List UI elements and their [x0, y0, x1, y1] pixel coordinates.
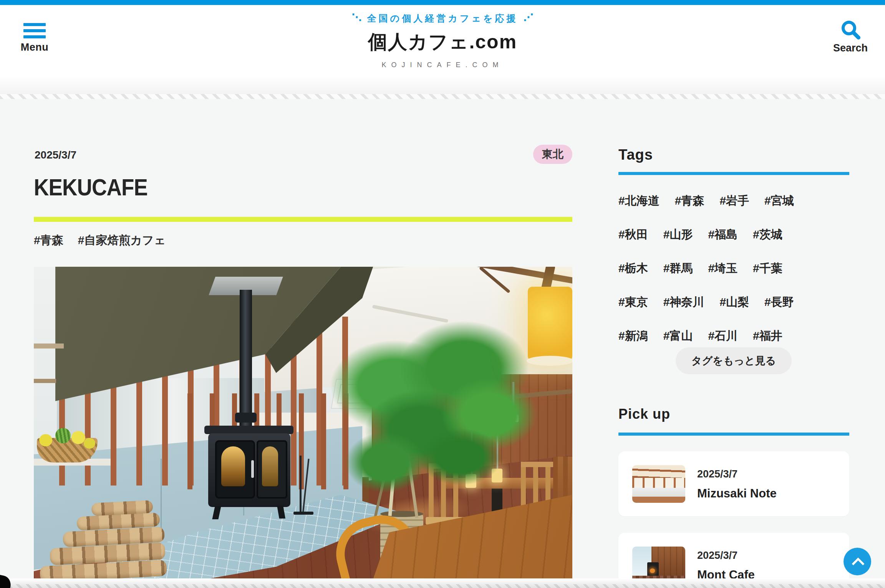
photo-pendant-lamp — [528, 287, 572, 362]
photo-wall-shelf — [34, 344, 64, 349]
site-logo[interactable]: ⋱全国の個人経営カフェを応援⋰ 個人カフェ.com KOJINCAFE.COM — [270, 12, 615, 69]
site-tagline: ⋱全国の個人経営カフェを応援⋰ — [270, 12, 615, 25]
sidebar-tag[interactable]: #富山 — [663, 328, 693, 344]
hamburger-bar — [23, 23, 46, 26]
photo-stove-top — [204, 426, 293, 434]
tag-row: #秋田 #山形 #福島 #茨城 — [618, 227, 849, 243]
photo-lemon — [84, 438, 95, 449]
photo-wall-shelf — [34, 379, 56, 383]
article-photo — [34, 267, 572, 579]
sidebar-tag[interactable]: #栃木 — [618, 261, 648, 276]
photo-lemon — [71, 431, 85, 444]
tag-row: #北海道 #青森 #岩手 #宮城 — [618, 193, 849, 209]
site-subtitle: KOJINCAFE.COM — [270, 61, 615, 69]
stripe-divider — [0, 94, 885, 99]
article-date: 2025/3/7 — [35, 149, 76, 161]
sidebar-tag[interactable]: #宮城 — [764, 193, 794, 209]
pickup-thumbnail — [632, 465, 685, 503]
pickup-heading: Pick up — [618, 406, 670, 422]
photo-melon — [55, 428, 71, 443]
sidebar-tag[interactable]: #埼玉 — [708, 261, 738, 276]
search-button[interactable]: Search — [829, 18, 872, 54]
sidebar-tag[interactable]: #茨城 — [753, 227, 782, 243]
sidebar-tag[interactable]: #北海道 — [618, 193, 660, 209]
photo-wood-stove — [208, 433, 290, 507]
photo-pendant-lamp-rim — [527, 356, 572, 366]
search-icon — [839, 18, 862, 41]
pickup-underline — [618, 433, 849, 436]
tag-row: #栃木 #群馬 #埼玉 #千葉 — [618, 261, 849, 276]
menu-button[interactable]: Menu — [18, 23, 51, 53]
thumb-floor — [632, 497, 685, 503]
pickup-card[interactable]: 2025/3/7 Mizusaki Note — [618, 451, 849, 516]
article-title: KEKUCAFE — [34, 173, 148, 201]
photo-stove-door — [215, 440, 255, 499]
sidebar-tag-list: #北海道 #青森 #岩手 #宮城 #秋田 #山形 #福島 #茨城 #栃木 #群馬… — [618, 193, 849, 362]
photo-stove-handle — [251, 460, 254, 478]
hamburger-icon — [23, 23, 46, 38]
sidebar-tag[interactable]: #群馬 — [663, 261, 693, 276]
photo-chimney-collar — [235, 413, 257, 423]
tags-heading: Tags — [618, 147, 653, 163]
sparkle-left-icon: ⋱ — [352, 12, 362, 23]
sidebar-tag[interactable]: #千葉 — [753, 261, 782, 276]
site-header: Menu ⋱全国の個人経営カフェを応援⋰ 個人カフェ.com KOJINCAFE… — [0, 0, 885, 94]
tagline-text: 全国の個人経営カフェを応援 — [367, 13, 518, 23]
sidebar-tag[interactable]: #岩手 — [719, 193, 749, 209]
region-badge[interactable]: 東北 — [533, 145, 572, 164]
sidebar-tag[interactable]: #山形 — [663, 227, 693, 243]
site-title: 個人カフェ.com — [270, 29, 615, 55]
menu-label: Menu — [18, 41, 51, 53]
more-tags-button[interactable]: タグをもっと見る — [676, 347, 792, 374]
photo-lemon — [39, 434, 52, 446]
sidebar-tag[interactable]: #東京 — [618, 294, 648, 310]
sparkle-right-icon: ⋰ — [523, 12, 533, 23]
article-tags: #青森 #自家焙煎カフェ — [34, 233, 166, 248]
tag-row: #東京 #神奈川 #山梨 #長野 — [618, 294, 849, 310]
sidebar-tag[interactable]: #長野 — [764, 294, 794, 310]
sidebar-tag[interactable]: #青森 — [675, 193, 704, 209]
photo-fire-tools — [300, 456, 302, 514]
sidebar-tag[interactable]: #福島 — [708, 227, 738, 243]
pickup-title: Mizusaki Note — [697, 487, 777, 500]
photo-stove-door — [257, 440, 287, 499]
top-accent-bar — [0, 0, 885, 5]
tags-underline — [618, 172, 849, 175]
sidebar-tag[interactable]: #秋田 — [618, 227, 648, 243]
thumb-fire-glow — [650, 568, 655, 573]
chevron-up-icon — [852, 557, 865, 570]
photo-fire-tools-base — [293, 512, 313, 515]
sidebar-tag[interactable]: #福井 — [753, 328, 782, 344]
sidebar-tag[interactable]: #石川 — [708, 328, 738, 344]
footer-stripe-divider — [0, 584, 885, 588]
hamburger-bar — [23, 35, 46, 38]
photo-stove-glass — [221, 446, 245, 486]
title-underline — [34, 217, 572, 222]
tag-row: #新潟 #富山 #石川 #福井 — [618, 328, 849, 344]
search-label: Search — [829, 42, 872, 54]
hamburger-bar — [23, 29, 46, 32]
thumb-ceiling-beams — [632, 465, 685, 478]
pickup-date: 2025/3/7 — [697, 468, 738, 480]
pickup-date: 2025/3/7 — [697, 550, 738, 562]
article-tag[interactable]: #青森 — [34, 233, 63, 248]
scroll-top-button[interactable] — [844, 548, 871, 575]
sidebar-tag[interactable]: #山梨 — [719, 294, 749, 310]
photo-plant-foliage — [418, 428, 502, 486]
sidebar-tag[interactable]: #神奈川 — [663, 294, 704, 310]
article-tag[interactable]: #自家焙煎カフェ — [78, 233, 166, 248]
sidebar-tag[interactable]: #新潟 — [618, 328, 648, 344]
photo-plant-foliage — [345, 432, 426, 493]
photo-stove-glass — [262, 446, 278, 486]
photo-chair-rail — [521, 462, 555, 467]
